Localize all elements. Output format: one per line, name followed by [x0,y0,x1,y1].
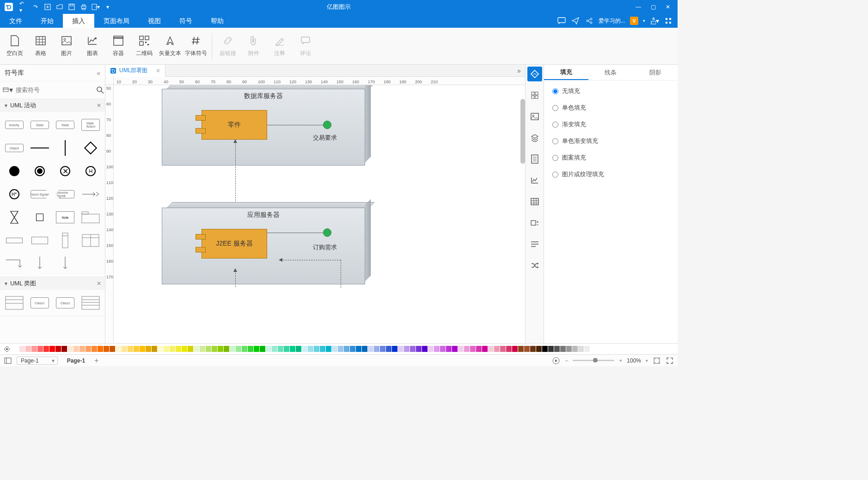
fill-texture[interactable]: 图片或纹理填充 [552,170,669,178]
ribbon-vector-text[interactable]: 矢量文本 [157,30,183,62]
ribbon-note[interactable]: 注释 [267,30,293,62]
color-swatch[interactable] [452,346,458,352]
color-swatch[interactable] [422,346,428,352]
close-icon[interactable]: ✕ [663,2,673,12]
shape-object[interactable]: Object [2,138,26,158]
color-swatch[interactable] [542,346,548,352]
color-swatch[interactable] [284,346,289,352]
color-swatch[interactable] [37,346,43,352]
page-selector[interactable]: Page-1 [17,357,58,365]
color-swatch[interactable] [512,346,518,352]
section-header-activity[interactable]: ▼UML 活动✕ [0,99,105,112]
color-swatch[interactable] [278,346,283,352]
color-swatch[interactable] [500,346,506,352]
ribbon-container[interactable]: 容器 [105,30,131,62]
color-swatch[interactable] [158,346,163,352]
color-swatch[interactable] [578,346,584,352]
color-swatch[interactable] [236,346,241,352]
color-swatch[interactable] [572,346,578,352]
shape-arrow4[interactable] [53,253,78,274]
color-picker-icon[interactable] [3,345,11,353]
shape-hourglass[interactable] [2,207,26,228]
section-header-class[interactable]: ▼UML 类图✕ [0,277,105,290]
shape-grid2[interactable] [79,230,103,251]
color-swatch[interactable] [308,346,313,352]
ribbon-font-symbol[interactable]: 字体符号 [183,30,209,62]
color-swatch[interactable] [392,346,397,352]
color-swatch[interactable] [260,346,265,352]
new-file-icon[interactable] [43,3,52,11]
color-swatch[interactable] [398,346,403,352]
rail-image-icon[interactable] [527,109,542,124]
color-swatch[interactable] [43,346,49,352]
color-swatch[interactable] [242,346,247,352]
rail-random-icon[interactable] [527,258,542,273]
share-icon[interactable] [585,16,594,25]
user-dropdown-icon[interactable]: ▾ [643,18,645,23]
shape-rect1[interactable] [2,230,26,251]
color-swatch[interactable] [320,346,325,352]
color-swatch[interactable] [86,346,91,352]
print-icon[interactable] [79,3,88,11]
color-swatch[interactable] [254,346,259,352]
color-swatch[interactable] [104,346,109,352]
shape-class1[interactable] [2,293,26,313]
rail-paragraph-icon[interactable] [527,237,542,252]
shape-initial[interactable] [2,161,26,181]
fill-pattern[interactable]: 图案填充 [552,154,669,162]
port-order[interactable] [323,228,331,237]
shape-arrow3[interactable] [27,253,52,274]
color-swatch[interactable] [590,346,596,352]
zoom-knob[interactable] [593,358,598,363]
color-swatch[interactable] [73,346,79,352]
color-swatch[interactable] [188,346,193,352]
shape-hline[interactable] [27,138,52,158]
shape-arrow2[interactable] [2,253,26,274]
color-swatch[interactable] [116,346,121,352]
fill-mono-gradient[interactable]: 单色渐变填充 [552,137,669,145]
menu-insert[interactable]: 插入 [63,14,94,28]
fullscreen-icon[interactable] [666,357,674,365]
ribbon-comment[interactable]: 评论 [293,30,318,62]
color-swatch[interactable] [434,346,440,352]
search-input[interactable] [16,86,93,93]
shape-receive-signal[interactable]: Receive Signal [53,184,78,204]
node-app-server[interactable]: 应用服务器 J2EE 服务器 订购需求 [162,208,365,284]
color-swatch[interactable] [548,346,554,352]
color-swatch[interactable] [362,346,367,352]
send-icon[interactable] [571,16,580,25]
rail-style-icon[interactable] [527,67,542,81]
color-swatch[interactable] [356,346,361,352]
color-swatch[interactable] [560,346,566,352]
color-swatch[interactable] [13,346,19,352]
color-swatch[interactable] [146,346,151,352]
color-swatch[interactable] [212,346,217,352]
color-swatch[interactable] [49,346,55,352]
shape-decision[interactable] [79,138,103,158]
canvas[interactable]: 数据库服务器 零件 交易要求 [114,85,525,343]
ribbon-attachment[interactable]: 附件 [241,30,267,62]
color-swatch[interactable] [386,346,391,352]
rail-page-icon[interactable] [527,152,542,166]
shape-send-signal[interactable]: Send Signal [27,184,52,204]
username[interactable]: 爱学习的... [599,17,625,25]
color-swatch[interactable] [230,346,235,352]
color-swatch[interactable] [488,346,494,352]
tab-close-icon[interactable]: ✕ [156,68,160,74]
search-icon[interactable] [96,85,104,95]
redo-icon[interactable]: ↷ [31,3,40,11]
ribbon-qrcode[interactable]: 二维码 [131,30,157,62]
color-swatch[interactable] [476,346,482,352]
rail-layers-icon[interactable] [527,130,542,145]
menu-view[interactable]: 视图 [139,14,170,28]
color-swatch[interactable] [55,346,61,352]
color-swatch[interactable] [206,346,211,352]
color-swatch[interactable] [524,346,530,352]
library-dropdown-icon[interactable]: ▾ [3,85,13,95]
ribbon-image[interactable]: 图片 [54,30,79,62]
color-swatch[interactable] [61,346,67,352]
color-swatch[interactable] [440,346,446,352]
rail-layout-icon[interactable] [527,88,542,103]
color-swatch[interactable] [67,346,73,352]
color-swatch[interactable] [554,346,560,352]
